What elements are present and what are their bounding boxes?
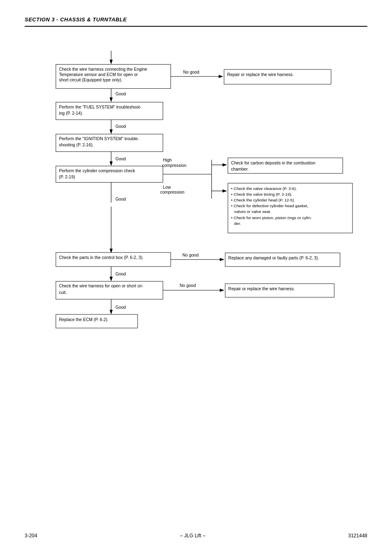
- svg-marker-24: [110, 161, 113, 166]
- page: SECTION 3 - CHASSIS & TURNTABLE Check th…: [0, 0, 392, 555]
- svg-text:Good: Good: [115, 272, 126, 276]
- svg-text:Check for carbon deposits in t: Check for carbon deposits in the combust…: [231, 161, 316, 165]
- svg-text:chamber.: chamber.: [231, 167, 249, 171]
- svg-marker-68: [220, 289, 224, 292]
- diagram-svg: Check the wire harness connecting the En…: [25, 39, 367, 409]
- svg-text:compression: compression: [160, 190, 184, 194]
- svg-text:Good: Good: [115, 197, 126, 201]
- svg-text:• Check for worn piston, pisto: • Check for worn piston, piston rings or…: [231, 215, 311, 220]
- svg-text:Perform the "IGNITION SYSTEM" : Perform the "IGNITION SYSTEM" trouble-: [59, 136, 139, 141]
- svg-text:• Check for defective cylinder: • Check for defective cylinder head gask…: [231, 204, 308, 208]
- svg-marker-1: [110, 60, 113, 64]
- svg-text:Good: Good: [115, 124, 126, 129]
- svg-marker-18: [110, 130, 113, 134]
- svg-text:Replace any damaged or faulty : Replace any damaged or faulty parts (P. …: [228, 256, 319, 260]
- svg-text:compression: compression: [162, 163, 187, 168]
- svg-text:• Check the valve clearance (P: • Check the valve clearance (P. 3-6).: [231, 186, 297, 191]
- svg-text:short circuit (Equipped type o: short circuit (Equipped type only).: [59, 78, 122, 82]
- svg-text:Check the wire harness connect: Check the wire harness connecting the En…: [59, 67, 148, 72]
- footer-right: 3121448: [348, 533, 367, 539]
- footer-center: – JLG Lift –: [180, 533, 205, 539]
- svg-marker-32: [222, 163, 227, 166]
- svg-text:der.: der.: [234, 221, 241, 226]
- svg-text:Repair or replace the wire har: Repair or replace the wire harness.: [228, 287, 295, 291]
- svg-marker-62: [110, 277, 113, 281]
- svg-text:No good: No good: [183, 70, 200, 74]
- svg-text:valves or valve seat.: valves or valve seat.: [234, 209, 271, 214]
- section-title: SECTION 3 - CHASSIS & TURNTABLE: [25, 16, 127, 23]
- svg-text:• Check the cylinder head (P. : • Check the cylinder head (P. 12-5).: [231, 198, 295, 202]
- svg-text:Check the wire harness for ope: Check the wire harness for open or short…: [59, 284, 143, 288]
- svg-text:Temperature sensor and ECM for: Temperature sensor and ECM for open or: [59, 72, 138, 77]
- svg-text:cuit.: cuit.: [59, 290, 67, 295]
- svg-text:Good: Good: [115, 92, 126, 96]
- svg-text:Good: Good: [115, 305, 126, 310]
- svg-text:Perform the "FUEL SYSTEM" trou: Perform the "FUEL SYSTEM" troubleshoot-: [59, 105, 141, 109]
- svg-text:Good: Good: [115, 157, 126, 161]
- svg-text:shooting (P. 2-16).: shooting (P. 2-16).: [59, 143, 94, 147]
- svg-text:Check the parts in the control: Check the parts in the control box (P. 6…: [59, 255, 144, 260]
- svg-text:ing (P. 2-14).: ing (P. 2-14).: [59, 111, 83, 116]
- svg-marker-12: [110, 97, 113, 102]
- svg-text:(P. 2-19): (P. 2-19): [59, 175, 75, 179]
- page-header: SECTION 3 - CHASSIS & TURNTABLE: [25, 16, 367, 27]
- page-footer: 3-204 – JLG Lift – 3121448: [25, 533, 367, 539]
- svg-marker-7: [219, 75, 223, 78]
- svg-text:No good: No good: [182, 253, 199, 257]
- svg-marker-73: [110, 310, 113, 314]
- svg-text:High: High: [163, 158, 172, 162]
- footer-left: 3-204: [25, 533, 37, 539]
- svg-marker-39: [222, 190, 227, 193]
- svg-text:No good: No good: [180, 283, 196, 288]
- svg-marker-57: [220, 258, 224, 261]
- svg-text:Low: Low: [163, 185, 171, 190]
- flowchart: Check the wire harness connecting the En…: [25, 39, 367, 410]
- svg-text:• Check the valve timing (P. 2: • Check the valve timing (P. 2-19).: [231, 192, 292, 197]
- svg-text:Repair or replace the wire har: Repair or replace the wire harness.: [227, 72, 294, 77]
- svg-text:Perform the cylinder compressi: Perform the cylinder compression check: [59, 169, 136, 173]
- svg-text:Replace the ECM (P. 6-2).: Replace the ECM (P. 6-2).: [59, 317, 109, 322]
